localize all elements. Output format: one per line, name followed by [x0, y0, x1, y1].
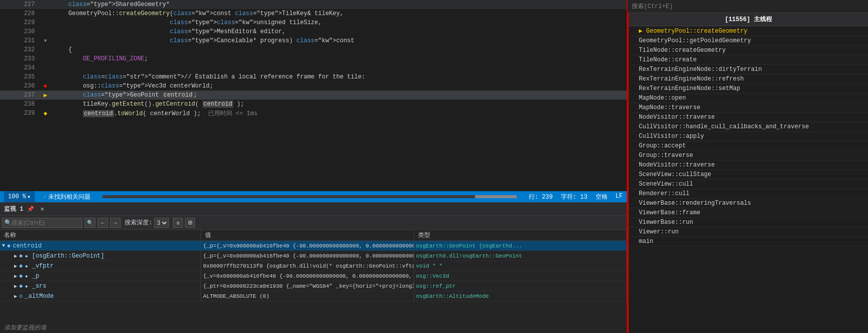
watch-name-cell: ▶ ◇ _altMode [0, 291, 201, 301]
position-info: 行: 239 字符: 13 空格 LF [529, 193, 623, 201]
callstack-item[interactable]: SceneView::cullStage [629, 170, 868, 180]
callstack-item[interactable]: RexTerrainEngineNode::refresh [629, 74, 868, 84]
search-icon: 🔍 [5, 219, 12, 226]
line-number: 236 [0, 81, 41, 91]
expand-icon[interactable]: ▼ [2, 243, 5, 248]
search-panel-header: 搜索(Ctrl+E) [628, 0, 868, 13]
code-line: tileKey.getExtent().getCentroid( centroi… [50, 100, 627, 109]
callstack-item[interactable]: RexTerrainEngineNode::dirtyTerrain [629, 65, 868, 74]
code-line: GeometryPool::createGeometry(class="kw">… [50, 9, 627, 18]
callstack-item[interactable]: ViewerBase::run [629, 218, 868, 227]
callstack-item[interactable]: ViewerBase::frame [629, 208, 868, 218]
callstack-item[interactable]: Group::traverse [629, 151, 868, 160]
watch-item-icon: ◆ [19, 282, 23, 290]
callstack-item[interactable]: MapNode::traverse [629, 103, 868, 113]
nav-right-btn[interactable]: → [110, 218, 121, 228]
code-line: class="type">MeshEditor& editor, [50, 27, 627, 36]
line-gutter [41, 63, 50, 72]
watch-name-cell: ▼ ◆ centroid [0, 241, 201, 251]
line-gutter [41, 45, 50, 54]
watch-row[interactable]: ▶ ◆ ⬥ _p {_v=0x000000ab416fbe40 {-90.000… [0, 271, 627, 281]
nav-left-btn[interactable]: ← [98, 218, 108, 228]
collapse-icon[interactable]: ▼ [44, 38, 47, 44]
watch-row[interactable]: ▼ ◆ centroid {_p={_v=0x000000ab416fbe40 … [0, 241, 627, 251]
code-line: class="type">GeoPoint centroid; [50, 91, 627, 100]
code-line [50, 63, 627, 72]
watch-type-cell: osg::Vec3d [414, 271, 627, 281]
expand-icon[interactable]: ▶ [14, 273, 17, 279]
line-number: 228 [0, 9, 41, 18]
zoom-level[interactable]: 100 % ▾ [4, 191, 35, 202]
watch-close-icon[interactable]: ✕ [40, 205, 44, 213]
watch-column-headers: 名称 值 类型 [0, 230, 627, 241]
watch-row[interactable]: ▶ ◆ ⬥ _srs {_ptr=0x00000223ca0e1930 {_na… [0, 281, 627, 291]
code-scroll[interactable]: 227 class="type">SharedGeometry*228 Geom… [0, 0, 627, 191]
code-line: class="type">Cancelable* progress) class… [50, 36, 627, 45]
callstack-item[interactable]: MapNode::open [629, 94, 868, 103]
callstack-item[interactable]: SceneView::cull [629, 180, 868, 189]
code-panel: 227 class="type">SharedGeometry*228 Geom… [0, 0, 627, 191]
line-gutter [41, 0, 50, 9]
expand-icon[interactable]: ▶ [14, 263, 17, 269]
callstack-item[interactable]: NodeVisitor::traverse [629, 160, 868, 170]
col-name: 名称 [0, 230, 201, 240]
callstack-item[interactable]: main [629, 237, 868, 246]
line-number: 235 [0, 72, 41, 81]
callstack-item[interactable]: TileNode::createGeometry [629, 46, 868, 55]
line-gutter [41, 9, 50, 18]
callstack-body[interactable]: GeometryPool::createGeometryGeometryPool… [629, 26, 868, 333]
line-gutter [41, 100, 50, 109]
watch-value-cell: {_p={_v=0x000000ab416fbe40 {-90.00000000… [201, 241, 414, 251]
depth-select[interactable]: 3 1 2 4 5 [154, 218, 169, 228]
line-gutter [41, 54, 50, 63]
watch-row[interactable]: ▶ ◆ ⬥ [osgEarth::GeoPoint] {_p={_v=0x000… [0, 251, 627, 261]
line-number: 238 [0, 100, 41, 109]
search-header-label: 搜索(Ctrl+E) [632, 2, 673, 11]
line-number: 237 [0, 91, 41, 100]
main-layout: 227 class="type">SharedGeometry*228 Geom… [0, 0, 868, 333]
col-value: 值 [201, 230, 414, 240]
callstack-item[interactable]: CullVisitor::handle_cull_callbacks_and_t… [629, 122, 868, 132]
callstack-item[interactable]: GeometryPool::createGeometry [629, 26, 868, 36]
expand-icon[interactable]: ▶ [14, 283, 17, 289]
callstack-item[interactable]: TileNode::create [629, 55, 868, 65]
toolbar-icon2-btn[interactable]: ⊞ [185, 218, 195, 228]
watch-row[interactable]: ▶ ◆ ⬥ _vfptr 0x00007ffb270113f0 {osgEart… [0, 261, 627, 271]
code-line: OE_PROFILING_ZONE; [50, 54, 627, 63]
line-gutter: ● [41, 81, 50, 91]
line-number: 230 [0, 27, 41, 36]
callstack-item[interactable]: Group::accept [629, 141, 868, 151]
callstack-item[interactable]: Viewer::run [629, 227, 868, 237]
watch-type-cell: osg::ref_ptr [414, 281, 627, 291]
watch-row[interactable]: ▶ ◇ _altMode ALTMODE_ABSOLUTE (0) osgEar… [0, 291, 627, 301]
breakpoint-icon: ● [43, 82, 47, 90]
search-btn[interactable]: 🔍 [84, 218, 95, 228]
watch-type-cell: osgEarth::GeoPoint {osgEarthd... [414, 241, 627, 251]
watch-name-cell: ▶ ◆ ⬥ [osgEarth::GeoPoint] [0, 251, 201, 261]
callstack-item[interactable]: GeometryPool::getPooledGeometry [629, 36, 868, 46]
expand-icon[interactable]: ▶ [14, 293, 17, 299]
callstack-item[interactable]: NodeVisitor::traverse [629, 113, 868, 122]
callstack-item[interactable]: RexTerrainEngineNode::setMap [629, 84, 868, 94]
line-number: 229 [0, 18, 41, 27]
watch-type-cell: osgEarth::AltitudeMode [414, 291, 627, 301]
add-watch[interactable]: 添加要监视的项 [0, 322, 627, 333]
watch-body[interactable]: ▼ ◆ centroid {_p={_v=0x000000ab416fbe40 … [0, 241, 627, 322]
line-gutter [41, 27, 50, 36]
callstack-item[interactable]: Renderer::cull [629, 189, 868, 199]
line-number: 239 [0, 109, 41, 118]
callstack-item[interactable]: ViewerBase::renderingTraversals [629, 199, 868, 208]
toolbar-icon1-btn[interactable]: ≡ [173, 218, 183, 228]
watch-value-cell: {_ptr=0x00000223ca0e1930 {_name="WGS84" … [201, 281, 414, 291]
line-gutter: ▶ [41, 91, 50, 100]
watch-value-cell: 0x00007ffb270113f0 {osgEarth.dll!void(* … [201, 261, 414, 271]
expand-icon[interactable]: ▶ [14, 253, 17, 259]
search-input[interactable] [12, 219, 67, 226]
pin-icon: 📌 [27, 206, 34, 212]
left-panel: 227 class="type">SharedGeometry*228 Geom… [0, 0, 627, 333]
watch-title: 监视 1 [4, 205, 23, 213]
code-line: class="type">SharedGeometry* [50, 0, 627, 9]
callstack-item[interactable]: CullVisitor::apply [629, 132, 868, 141]
code-line: { [50, 45, 627, 54]
depth-label: 搜索深度: [125, 218, 152, 227]
